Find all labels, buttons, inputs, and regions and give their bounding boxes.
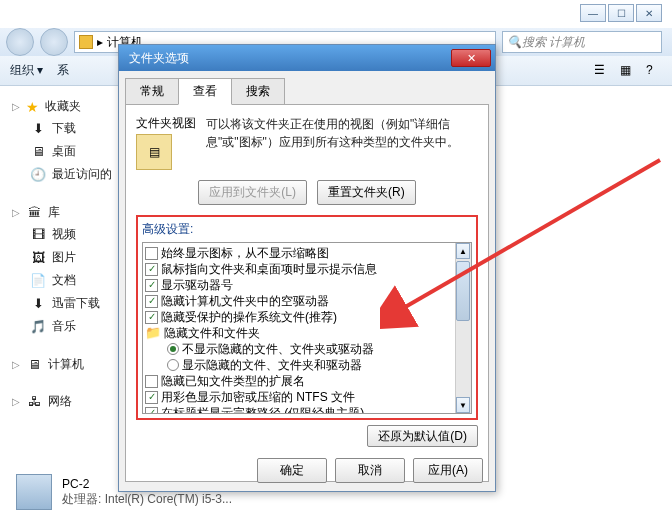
view-tiles-icon[interactable]: ▦ [620, 63, 636, 79]
scroll-up-button[interactable]: ▲ [456, 243, 470, 259]
advanced-item-9[interactable]: 用彩色显示加密或压缩的 NTFS 文件 [145, 389, 453, 405]
folder-view-icon: ▤ [136, 134, 172, 170]
min-button[interactable]: — [580, 4, 606, 22]
checkbox[interactable] [145, 375, 158, 388]
folder-view-description: 可以将该文件夹正在使用的视图（例如"详细信息"或"图标"）应用到所有这种类型的文… [206, 115, 478, 170]
system-menu[interactable]: 系 [57, 62, 69, 79]
document-icon: 📄 [30, 273, 46, 289]
tab-panel-view: 文件夹视图 ▤ 可以将该文件夹正在使用的视图（例如"详细信息"或"图标"）应用到… [125, 104, 489, 482]
search-icon: 🔍 [507, 35, 522, 49]
computer-icon: 🖥 [26, 357, 42, 373]
cancel-button[interactable]: 取消 [335, 458, 405, 483]
help-icon[interactable]: ? [646, 63, 662, 79]
item-label: 用彩色显示加密或压缩的 NTFS 文件 [161, 389, 355, 405]
apply-to-folders-button[interactable]: 应用到文件夹(L) [198, 180, 307, 205]
item-label: 隐藏文件和文件夹 [164, 325, 260, 341]
radio[interactable] [167, 343, 179, 355]
folder-options-dialog: 文件夹选项 ✕ 常规 查看 搜索 文件夹视图 ▤ 可以将该文件夹正在使用的视图（… [118, 44, 496, 492]
advanced-item-4[interactable]: 隐藏受保护的操作系统文件(推荐) [145, 309, 453, 325]
advanced-settings-group: 高级设置: 始终显示图标，从不显示缩略图鼠标指向文件夹和桌面项时显示提示信息显示… [136, 215, 478, 420]
item-label: 隐藏计算机文件夹中的空驱动器 [161, 293, 329, 309]
scroll-thumb[interactable] [456, 261, 470, 321]
item-label: 不显示隐藏的文件、文件夹或驱动器 [182, 341, 374, 357]
radio[interactable] [167, 359, 179, 371]
checkbox[interactable] [145, 263, 158, 276]
item-label: 始终显示图标，从不显示缩略图 [161, 245, 329, 261]
advanced-item-7[interactable]: 显示隐藏的文件、文件夹和驱动器 [145, 357, 453, 373]
view-list-icon[interactable]: ☰ [594, 63, 610, 79]
item-label: 显示隐藏的文件、文件夹和驱动器 [182, 357, 362, 373]
advanced-item-10[interactable]: 在标题栏显示完整路径 (仅限经典主题) [145, 405, 453, 414]
scrollbar[interactable]: ▲ ▼ [455, 243, 471, 413]
checkbox[interactable] [145, 279, 158, 292]
star-icon: ★ [26, 99, 39, 115]
pc-name: PC-2 [62, 477, 232, 491]
details-pane: PC-2 处理器: Intel(R) Core(TM) i5-3... [16, 474, 232, 510]
organize-menu[interactable]: 组织 ▾ [10, 62, 43, 79]
caret-icon: ▷ [12, 101, 20, 112]
tab-search[interactable]: 搜索 [231, 78, 285, 105]
recent-icon: 🕘 [30, 167, 46, 183]
reset-folders-button[interactable]: 重置文件夹(R) [317, 180, 416, 205]
caret-icon: ▷ [12, 396, 20, 407]
advanced-item-5[interactable]: 📁隐藏文件和文件夹 [145, 325, 453, 341]
caret-icon: ▷ [12, 207, 20, 218]
network-icon: 🖧 [26, 394, 42, 410]
dialog-title: 文件夹选项 [129, 50, 189, 67]
library-icon: 🏛 [26, 205, 42, 221]
tab-view[interactable]: 查看 [178, 78, 232, 105]
folder-icon: 📁 [145, 325, 161, 341]
dialog-close-button[interactable]: ✕ [451, 49, 491, 67]
music-icon: 🎵 [30, 319, 46, 335]
tab-strip: 常规 查看 搜索 [119, 71, 495, 104]
desktop-icon: 🖥 [30, 144, 46, 160]
item-label: 在标题栏显示完整路径 (仅限经典主题) [161, 405, 364, 414]
advanced-item-3[interactable]: 隐藏计算机文件夹中的空驱动器 [145, 293, 453, 309]
advanced-item-2[interactable]: 显示驱动器号 [145, 277, 453, 293]
advanced-item-8[interactable]: 隐藏已知文件类型的扩展名 [145, 373, 453, 389]
advanced-item-6[interactable]: 不显示隐藏的文件、文件夹或驱动器 [145, 341, 453, 357]
max-button[interactable]: ☐ [608, 4, 634, 22]
item-label: 鼠标指向文件夹和桌面项时显示提示信息 [161, 261, 377, 277]
dialog-titlebar[interactable]: 文件夹选项 ✕ [119, 45, 495, 71]
advanced-item-1[interactable]: 鼠标指向文件夹和桌面项时显示提示信息 [145, 261, 453, 277]
tab-general[interactable]: 常规 [125, 78, 179, 105]
item-label: 隐藏已知文件类型的扩展名 [161, 373, 305, 389]
advanced-settings-label: 高级设置: [142, 221, 472, 238]
checkbox[interactable] [145, 311, 158, 324]
close-button[interactable]: ✕ [636, 4, 662, 22]
item-label: 隐藏受保护的操作系统文件(推荐) [161, 309, 337, 325]
caret-icon: ▷ [12, 359, 20, 370]
cpu-info: 处理器: Intel(R) Core(TM) i5-3... [62, 491, 232, 508]
checkbox[interactable] [145, 247, 158, 260]
computer-large-icon [16, 474, 52, 510]
restore-defaults-button[interactable]: 还原为默认值(D) [367, 425, 478, 447]
search-input[interactable]: 🔍 搜索 计算机 [502, 31, 662, 53]
item-label: 显示驱动器号 [161, 277, 233, 293]
download-icon: ⬇ [30, 121, 46, 137]
apply-button[interactable]: 应用(A) [413, 458, 483, 483]
checkbox[interactable] [145, 295, 158, 308]
folder-icon [79, 35, 93, 49]
scroll-down-button[interactable]: ▼ [456, 397, 470, 413]
download-icon: ⬇ [30, 296, 46, 312]
video-icon: 🎞 [30, 227, 46, 243]
advanced-item-0[interactable]: 始终显示图标，从不显示缩略图 [145, 245, 453, 261]
ok-button[interactable]: 确定 [257, 458, 327, 483]
picture-icon: 🖼 [30, 250, 46, 266]
folder-view-heading: 文件夹视图 [136, 115, 196, 132]
checkbox[interactable] [145, 391, 158, 404]
nav-back-button[interactable] [6, 28, 34, 56]
advanced-settings-list: 始终显示图标，从不显示缩略图鼠标指向文件夹和桌面项时显示提示信息显示驱动器号隐藏… [142, 242, 472, 414]
checkbox[interactable] [145, 407, 158, 415]
nav-forward-button[interactable] [40, 28, 68, 56]
